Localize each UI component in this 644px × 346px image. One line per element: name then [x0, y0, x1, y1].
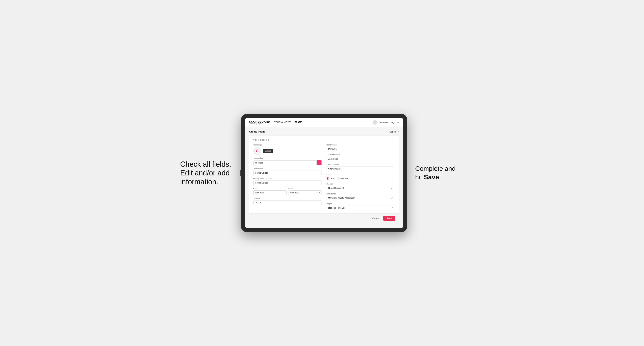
head-coach-input[interactable]	[326, 147, 395, 151]
display-name-group: Display name (unique)	[254, 178, 322, 185]
head-coach-label: Head Coach	[326, 144, 395, 146]
conference-select[interactable]: University Athletic Association	[326, 196, 395, 200]
page-content: Create Team Cancel ✕ TEAM DETAILS	[245, 127, 403, 228]
mens-label: Mens	[330, 177, 335, 180]
city-input[interactable]	[254, 190, 287, 195]
head-coach-group: Head Coach	[326, 144, 395, 151]
division-select[interactable]: NCAA Division III	[326, 186, 395, 190]
zip-group: Zip code	[254, 197, 322, 205]
form-grid: Team logo C Upload Team colour	[254, 144, 395, 210]
nav-teams[interactable]: TEAMS	[294, 121, 302, 124]
app-logo: SCOREBOARD Powered by clippd	[249, 120, 270, 124]
state-label: State	[288, 187, 322, 189]
logo-upload-row: C Upload	[254, 147, 322, 155]
navbar: SCOREBOARD Powered by clippd TOURNAMENTS…	[245, 118, 403, 127]
zip-input[interactable]	[254, 200, 322, 205]
region-group: Region Region II - (M) DIII × ▲▼	[326, 203, 395, 210]
section-label: TEAM DETAILS	[254, 139, 395, 141]
region-select-wrapper: Region II - (M) DIII × ▲▼	[326, 205, 395, 210]
nav-right: TU Test User | Sign out	[372, 120, 399, 125]
form-footer: Cancel Save	[249, 214, 399, 223]
tablet-device: SCOREBOARD Powered by clippd TOURNAMENTS…	[241, 114, 407, 232]
left-annotation: Check all fields. Edit and/or add inform…	[180, 160, 233, 186]
tablet-side-button	[240, 170, 241, 176]
athletic-director-input[interactable]	[326, 167, 395, 171]
team-colour-input[interactable]	[254, 161, 316, 165]
tablet-screen: SCOREBOARD Powered by clippd TOURNAMENTS…	[245, 118, 403, 228]
womens-radio-button[interactable]	[337, 177, 340, 180]
athletic-director-group: Athletic Director	[326, 164, 395, 171]
city-state-row: City State New York	[254, 187, 322, 195]
team-name-label: Team name	[254, 168, 322, 170]
state-clear-icon[interactable]: ×	[317, 192, 318, 194]
cancel-button[interactable]: Cancel	[370, 216, 381, 220]
display-name-label: Display name (unique)	[254, 178, 322, 180]
right-annotation-end: .	[439, 173, 441, 181]
nav-links: TOURNAMENTS TEAMS	[274, 121, 368, 124]
conference-group: Conference University Athletic Associati…	[326, 193, 395, 200]
right-column: Head Coach Assistant Coach Athletic Dire…	[326, 144, 395, 210]
city-state-group: City State New York	[254, 187, 322, 195]
left-column: Team logo C Upload Team colour	[254, 144, 322, 210]
sign-out-link[interactable]: Sign out	[391, 121, 399, 124]
region-clear-icon[interactable]: ×	[390, 207, 391, 209]
logo-circle: C	[254, 147, 261, 155]
user-label: Test User |	[378, 121, 389, 124]
gender-radio-group: Mens Womens	[326, 176, 395, 180]
color-input-row	[254, 160, 322, 165]
womens-label: Womens	[340, 177, 348, 180]
conference-select-wrapper: University Athletic Association × ▲▼	[326, 196, 395, 200]
mens-radio-button[interactable]	[326, 177, 329, 180]
region-label: Region	[326, 203, 395, 205]
cancel-top-button[interactable]: Cancel ✕	[389, 130, 399, 133]
right-annotation: Complete and hit Save.	[415, 165, 464, 181]
assistant-coach-input[interactable]	[326, 157, 395, 161]
close-icon: ✕	[397, 130, 399, 133]
save-button[interactable]: Save	[383, 216, 395, 221]
gender-group: Gender Mens Womens	[326, 173, 395, 180]
assistant-coach-label: Assistant Coach	[326, 154, 395, 156]
logo-text: SCOREBOARD	[249, 120, 270, 123]
city-group: City	[254, 187, 287, 195]
division-label: Division	[326, 183, 395, 185]
gender-label: Gender	[326, 173, 395, 176]
page-header: Create Team Cancel ✕	[249, 130, 399, 133]
athletic-director-label: Athletic Director	[326, 164, 395, 166]
color-swatch[interactable]	[316, 160, 322, 165]
upload-button[interactable]: Upload	[263, 149, 273, 153]
region-select[interactable]: Region II - (M) DIII	[326, 205, 395, 210]
assistant-coach-group: Assistant Coach	[326, 154, 395, 161]
display-name-input[interactable]	[254, 180, 322, 185]
division-select-wrapper: NCAA Division III ▲▼	[326, 186, 395, 190]
cancel-top-label: Cancel	[389, 131, 396, 133]
division-group: Division NCAA Division III ▲▼	[326, 183, 395, 190]
gender-mens-option[interactable]: Mens	[326, 177, 335, 180]
team-logo-label: Team logo	[254, 144, 322, 146]
city-label: City	[254, 187, 287, 189]
logo-sub: Powered by clippd	[249, 123, 270, 124]
state-group: State New York × ▲▼	[288, 187, 322, 195]
zip-label: Zip code	[254, 197, 322, 199]
state-select[interactable]: New York	[288, 190, 322, 195]
conference-label: Conference	[326, 193, 395, 195]
state-select-wrapper: New York × ▲▼	[288, 190, 322, 195]
gender-womens-option[interactable]: Womens	[337, 177, 348, 180]
form-card: TEAM DETAILS Team logo C Upload	[249, 136, 399, 214]
user-avatar: TU	[372, 120, 377, 125]
team-colour-label: Team colour	[254, 157, 322, 159]
team-logo-group: Team logo C Upload	[254, 144, 322, 155]
conference-clear-icon[interactable]: ×	[390, 197, 391, 199]
nav-tournaments[interactable]: TOURNAMENTS	[274, 121, 291, 124]
team-colour-group: Team colour	[254, 157, 322, 165]
page-title: Create Team	[249, 130, 265, 133]
right-annotation-bold: Save	[424, 173, 439, 181]
team-name-group: Team name	[254, 168, 322, 175]
team-name-input[interactable]	[254, 171, 322, 175]
